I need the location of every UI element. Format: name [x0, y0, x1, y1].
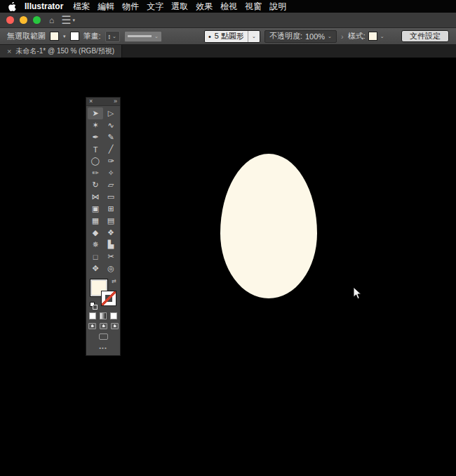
paintbrush-tool-icon[interactable]: ✑	[103, 155, 119, 167]
no-selection-label: 無選取範圍	[7, 31, 46, 41]
mesh-tool-icon[interactable]: ▦	[88, 215, 103, 227]
menu-item-5[interactable]: 選取	[171, 1, 188, 13]
workspace-menu-button[interactable]: ☰ ▾	[61, 13, 75, 27]
stroke-weight-stepper[interactable]: ▴ ▾ ⌄	[105, 31, 120, 42]
tools-grid: ➤▷✶∿✒✎T╱◯✑✏✧↻▱⋈▭▣⊞▦▤◆❖✵▙□✂✥◎	[86, 106, 120, 276]
fill-color-swatch[interactable]	[50, 32, 59, 41]
ellipse-tool-icon[interactable]: ◯	[88, 155, 103, 167]
stroke-color-swatch[interactable]	[70, 32, 79, 41]
screen-mode-row	[86, 331, 120, 342]
menu-item-6[interactable]: 效果	[196, 1, 213, 13]
brush-name-label: 5 點圓形	[215, 31, 244, 41]
stroke-profile-dropdown[interactable]: ⌄	[124, 31, 162, 42]
menu-item-7[interactable]: 檢視	[220, 1, 237, 13]
scale-tool-icon[interactable]: ▱	[103, 179, 119, 191]
opacity-control[interactable]: 不透明度: 100% ⌄	[264, 30, 337, 43]
zoom-tool-icon[interactable]: ◎	[103, 263, 119, 275]
brush-preview-dot: •	[208, 32, 211, 41]
blend-tool-icon[interactable]: ❖	[103, 227, 119, 239]
group-separator: ›	[341, 32, 344, 41]
panel-expand-icon[interactable]: »	[114, 98, 117, 105]
menu-item-1[interactable]: 檔案	[73, 1, 90, 13]
draw-normal-button[interactable]	[88, 323, 96, 329]
shape-builder-tool-icon[interactable]: ▣	[88, 203, 103, 215]
canvas[interactable]: × » ➤▷✶∿✒✎T╱◯✑✏✧↻▱⋈▭▣⊞▦▤◆❖✵▙□✂✥◎ ⇄	[0, 58, 456, 476]
column-graph-tool-icon[interactable]: ▙	[103, 239, 119, 251]
menu-items: 檔案編輯物件文字選取效果檢視視窗說明	[73, 1, 286, 13]
brush-dropdown-icon[interactable]: ⌄	[248, 31, 256, 42]
free-transform-tool-icon[interactable]: ▭	[103, 191, 119, 203]
screen-mode-button[interactable]	[99, 333, 108, 340]
color-button[interactable]	[89, 312, 96, 319]
rotate-tool-icon[interactable]: ↻	[88, 179, 103, 191]
tools-panel-header[interactable]: × »	[86, 98, 120, 106]
traffic-lights	[6, 16, 41, 24]
artboard-tool-icon[interactable]: □	[88, 251, 103, 263]
tab-title: 未命名-1* @ 150 % (RGB/預視)	[15, 46, 114, 56]
tab-close-icon[interactable]: ×	[7, 47, 11, 55]
gradient-button[interactable]	[100, 312, 107, 319]
fill-dropdown-icon[interactable]: ▾	[63, 34, 66, 39]
gradient-tool-icon[interactable]: ▤	[103, 215, 119, 227]
menu-item-9[interactable]: 說明	[269, 1, 286, 13]
style-swatch[interactable]	[368, 32, 377, 41]
menu-item-8[interactable]: 視窗	[245, 1, 262, 13]
opacity-label: 不透明度:	[269, 31, 302, 41]
document-setup-button[interactable]: 文件設定	[401, 30, 449, 42]
egg-shape[interactable]	[220, 154, 317, 298]
default-fill-stroke-icon[interactable]	[90, 302, 98, 310]
style-dropdown-icon[interactable]: ⌄	[380, 34, 384, 39]
width-tool-icon[interactable]: ⋈	[88, 191, 103, 203]
hand-tool-icon[interactable]: ✥	[88, 263, 103, 275]
lasso-tool-icon[interactable]: ∿	[103, 119, 119, 131]
stroke-weight-label: 筆畫:	[83, 31, 101, 41]
traffic-zoom[interactable]	[33, 16, 41, 24]
fill-stroke-widget: ⇄	[89, 278, 117, 310]
document-tab[interactable]: × 未命名-1* @ 150 % (RGB/預視)	[0, 45, 122, 58]
symbol-sprayer-tool-icon[interactable]: ✵	[88, 239, 103, 251]
illustrator-window: Illustrator 檔案編輯物件文字選取效果檢視視窗說明 ⌂ ☰ ▾ 無選取…	[0, 0, 456, 476]
swap-fill-stroke-icon[interactable]: ⇄	[112, 278, 116, 284]
pen-tool-icon[interactable]: ✒	[88, 131, 103, 143]
hamburger-icon: ☰	[61, 13, 71, 27]
draw-inside-button[interactable]	[111, 323, 119, 329]
curvature-tool-icon[interactable]: ✎	[103, 131, 119, 143]
titlebar: ⌂ ☰ ▾	[0, 13, 456, 28]
eyedropper-tool-icon[interactable]: ◆	[88, 227, 103, 239]
control-bar: 無選取範圍 ▾ 筆畫: ▴ ▾ ⌄ ⌄ • 5 點圓形 ⌄ 不透明度: 100%…	[0, 28, 456, 45]
opacity-dropdown-icon[interactable]: ⌄	[328, 34, 332, 39]
stroke-none-slash-icon	[102, 291, 116, 305]
traffic-close[interactable]	[6, 16, 14, 24]
line-segment-tool-icon[interactable]: ╱	[103, 143, 119, 155]
brush-definition-dropdown[interactable]: • 5 點圓形 ⌄	[204, 30, 260, 43]
menu-item-3[interactable]: 物件	[122, 1, 139, 13]
style-label: 樣式:	[348, 31, 366, 41]
type-tool-icon[interactable]: T	[88, 143, 103, 155]
edit-toolbar-button[interactable]: •••	[86, 342, 120, 355]
default-stroke-mini	[93, 305, 98, 310]
spinner-down-icon: ▾	[109, 37, 111, 39]
perspective-grid-tool-icon[interactable]: ⊞	[103, 203, 119, 215]
menu-item-4[interactable]: 文字	[147, 1, 163, 13]
shaper-tool-icon[interactable]: ✧	[103, 167, 119, 179]
magic-wand-tool-icon[interactable]: ✶	[88, 119, 103, 131]
stroke-swatch[interactable]	[101, 291, 116, 306]
home-icon[interactable]: ⌂	[49, 16, 54, 25]
draw-behind-button[interactable]	[100, 323, 107, 329]
menu-item-2[interactable]: 編輯	[98, 1, 114, 13]
direct-selection-tool-icon[interactable]: ▷	[103, 107, 119, 119]
slice-tool-icon[interactable]: ✂	[103, 251, 119, 263]
stroke-profile-preview	[128, 35, 152, 37]
app-name[interactable]: Illustrator	[25, 1, 63, 11]
pencil-tool-icon[interactable]: ✏	[88, 167, 103, 179]
panel-close-icon[interactable]: ×	[89, 98, 93, 105]
apple-menu-icon[interactable]	[8, 2, 16, 11]
spinner-icons[interactable]: ▴ ▾	[109, 34, 111, 39]
opacity-value[interactable]: 100%	[305, 32, 325, 41]
traffic-minimize[interactable]	[20, 16, 27, 24]
selection-tool-icon[interactable]: ➤	[88, 107, 103, 119]
none-button[interactable]	[110, 312, 117, 319]
style-control[interactable]: 樣式: ⌄	[348, 31, 384, 41]
profile-dropdown-icon: ⌄	[154, 34, 159, 39]
menubar: Illustrator 檔案編輯物件文字選取效果檢視視窗說明	[0, 0, 456, 13]
